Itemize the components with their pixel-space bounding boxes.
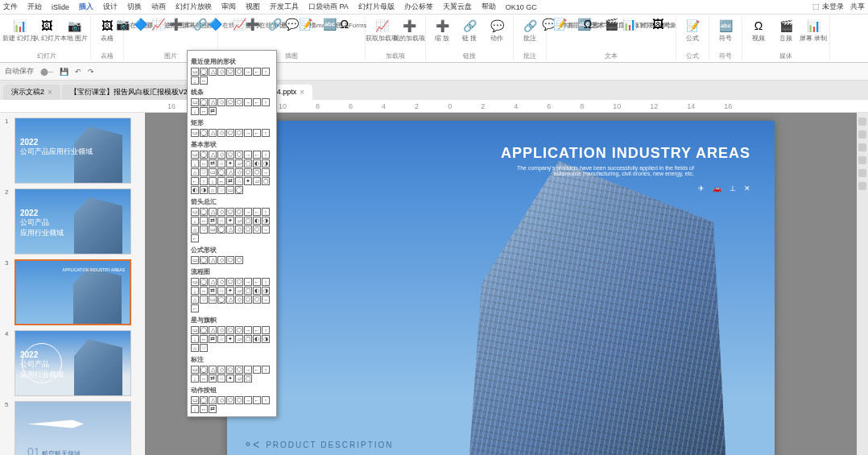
- shape-option[interactable]: ⬠: [244, 225, 252, 234]
- shape-option[interactable]: ▭: [191, 278, 199, 286]
- ribbon-公式[interactable]: 📝公式: [680, 16, 705, 45]
- tab-doc1[interactable]: 演示文稿2×: [3, 85, 60, 100]
- shape-option[interactable]: ◯: [200, 68, 208, 76]
- shape-option[interactable]: ☆: [217, 217, 225, 225]
- menu-office[interactable]: 办公标签: [404, 2, 433, 12]
- ribbon-视频[interactable]: Ω视频: [746, 16, 771, 45]
- sidebar-tool[interactable]: [858, 143, 866, 151]
- qat-redo-icon[interactable]: ↷: [88, 68, 94, 76]
- shape-option[interactable]: →: [244, 208, 252, 216]
- shape-option[interactable]: ◯: [200, 129, 208, 137]
- shape-option[interactable]: ☆: [235, 177, 243, 185]
- shape-option[interactable]: →: [244, 396, 252, 404]
- menu-cloud[interactable]: 天翼云盘: [443, 2, 472, 12]
- ribbon-屏幕 录制[interactable]: 📊屏幕 录制: [800, 16, 826, 45]
- shape-option[interactable]: ▢: [262, 177, 270, 185]
- menu-anim[interactable]: 动画: [151, 2, 166, 12]
- shape-option[interactable]: ⇄: [209, 374, 217, 383]
- ribbon-新建 幻灯片[interactable]: 📊新建 幻灯片: [6, 16, 32, 45]
- menu-help[interactable]: 帮助: [482, 2, 496, 12]
- shape-option[interactable]: ←: [253, 129, 261, 137]
- shape-option[interactable]: ◯: [200, 98, 208, 106]
- shape-option[interactable]: ▢: [244, 159, 252, 168]
- shape-option[interactable]: ▭: [191, 68, 199, 76]
- shape-option[interactable]: ←: [253, 366, 261, 374]
- shape-option[interactable]: →: [262, 225, 270, 234]
- shape-option[interactable]: ♡: [217, 186, 225, 194]
- shape-option[interactable]: ⬡: [235, 129, 243, 137]
- shape-option[interactable]: ◑: [262, 159, 270, 168]
- shape-option[interactable]: ⇄: [209, 159, 217, 168]
- shape-option[interactable]: ←: [253, 278, 261, 286]
- shape-option[interactable]: △: [209, 129, 217, 137]
- autosave-toggle[interactable]: ⬤─: [40, 68, 53, 76]
- ribbon-链 接[interactable]: 🔗链 接: [457, 16, 482, 45]
- shape-option[interactable]: ✦: [244, 177, 252, 185]
- ribbon-本地 图片[interactable]: 📷本地 图片: [61, 16, 87, 45]
- shape-option[interactable]: ◐: [253, 287, 261, 295]
- ribbon-批注[interactable]: 🔗批注: [517, 16, 543, 45]
- shape-option[interactable]: ⬡: [235, 256, 243, 264]
- shape-option[interactable]: ◇: [217, 256, 225, 264]
- shape-option[interactable]: ↔: [217, 177, 225, 185]
- shape-option[interactable]: ⇄: [209, 287, 217, 295]
- shape-option[interactable]: ←: [253, 68, 261, 76]
- shape-option[interactable]: ☆: [217, 159, 225, 168]
- ribbon-动作[interactable]: 💬动作: [484, 16, 510, 45]
- shape-option[interactable]: →: [262, 296, 270, 304]
- shape-option[interactable]: ⬠: [244, 168, 252, 176]
- shape-option[interactable]: △: [209, 366, 217, 374]
- shape-option[interactable]: ↔: [200, 374, 208, 383]
- shape-option[interactable]: ⬠: [226, 396, 234, 404]
- current-slide[interactable]: APPLICATION INDUSTRY AREAS The company's…: [227, 121, 775, 455]
- shape-option[interactable]: ▱: [235, 217, 243, 225]
- sidebar-tool[interactable]: [858, 118, 866, 126]
- ribbon-符号[interactable]: 🔤符号: [713, 16, 738, 45]
- menu-home[interactable]: 开始: [27, 2, 42, 12]
- menu-pa[interactable]: 口袋动画 PA: [308, 2, 349, 12]
- shape-option[interactable]: ↑: [262, 326, 270, 334]
- shape-option[interactable]: △: [209, 278, 217, 286]
- shape-option[interactable]: △: [209, 396, 217, 404]
- shape-option[interactable]: ↑: [262, 366, 270, 374]
- shape-option[interactable]: ⬠: [226, 326, 234, 334]
- shape-option[interactable]: ↓: [191, 405, 199, 413]
- shape-option[interactable]: ←: [191, 304, 199, 312]
- shape-option[interactable]: ♡: [200, 225, 208, 234]
- menu-islide[interactable]: iSlide: [52, 3, 69, 11]
- shape-option[interactable]: ↑: [262, 208, 270, 216]
- shape-option[interactable]: ◇: [217, 326, 225, 334]
- shape-option[interactable]: ⬠: [226, 366, 234, 374]
- slide-thumb-1[interactable]: 12022公司产品应用行业领域: [5, 118, 140, 184]
- menu-view[interactable]: 视图: [246, 2, 260, 12]
- shape-option[interactable]: ⬡: [235, 98, 243, 106]
- shape-option[interactable]: ◇: [217, 98, 225, 106]
- shape-option[interactable]: ⌂: [191, 344, 199, 352]
- sidebar-tool[interactable]: [858, 130, 866, 139]
- shape-option[interactable]: ⬡: [253, 296, 261, 304]
- shape-option[interactable]: ▢: [244, 374, 252, 383]
- menu-insert[interactable]: 插入: [79, 2, 93, 12]
- qat-undo-icon[interactable]: ↶: [75, 68, 81, 76]
- shape-option[interactable]: ◇: [217, 129, 225, 137]
- shape-option[interactable]: ▭: [191, 396, 199, 404]
- shape-option[interactable]: ◑: [262, 335, 270, 343]
- shape-option[interactable]: →: [244, 68, 252, 76]
- shape-option[interactable]: ⬡: [235, 326, 243, 334]
- shape-option[interactable]: △: [226, 225, 234, 234]
- shape-option[interactable]: ⌂: [191, 168, 199, 176]
- shape-option[interactable]: →: [244, 326, 252, 334]
- shape-option[interactable]: ◑: [262, 287, 270, 295]
- ribbon-对象[interactable]: 🖼对象: [656, 16, 672, 32]
- shape-option[interactable]: ↓: [191, 335, 199, 343]
- menu-transition[interactable]: 切换: [127, 2, 142, 12]
- shape-option[interactable]: ▱: [235, 335, 243, 343]
- shape-option[interactable]: ⬠: [226, 278, 234, 286]
- shape-option[interactable]: ◇: [235, 168, 243, 176]
- shape-option[interactable]: ⬠: [226, 256, 234, 264]
- slide-thumb-5[interactable]: 501 航空航天领域: [5, 401, 140, 455]
- shape-option[interactable]: ♡: [200, 296, 208, 304]
- shape-option[interactable]: ✦: [226, 287, 234, 295]
- shape-option[interactable]: ↔: [200, 287, 208, 295]
- slide-thumb-2[interactable]: 22022公司产品应用行业领域: [5, 188, 140, 254]
